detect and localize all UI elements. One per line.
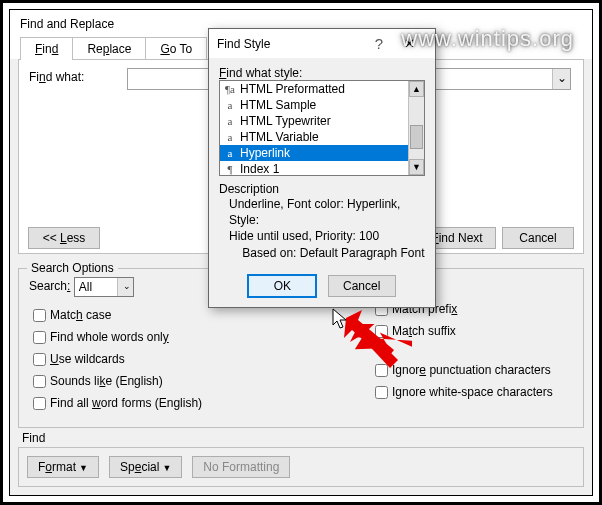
- style-list[interactable]: ¶aHTML Preformatted aHTML Sample aHTML T…: [219, 80, 425, 176]
- find-formatting-section: Find Format▼ Special▼ No Formatting: [18, 431, 584, 487]
- check-whole-words[interactable]: Find whole words only: [29, 328, 349, 347]
- find-what-label: Find what:: [29, 70, 84, 84]
- modal-title: Find Style: [217, 37, 367, 51]
- paragraph-icon: ¶a: [224, 83, 236, 95]
- search-options-legend: Search Options: [27, 261, 118, 275]
- cancel-button[interactable]: Cancel: [502, 227, 574, 249]
- watermark-text: www.wintips.org: [401, 26, 574, 52]
- scroll-up-icon[interactable]: ▲: [409, 81, 424, 97]
- description-text: Underline, Font color: Hyperlink, Style:…: [219, 196, 425, 261]
- paragraph-icon: ¶: [224, 163, 236, 175]
- tab-replace[interactable]: Replace: [72, 37, 146, 60]
- scroll-thumb[interactable]: [410, 125, 423, 149]
- scroll-down-icon[interactable]: ▼: [409, 159, 424, 175]
- char-icon: a: [224, 115, 236, 127]
- search-direction-label: Search:: [29, 279, 70, 293]
- list-item[interactable]: aHTML Variable: [220, 129, 424, 145]
- char-icon: a: [224, 147, 236, 159]
- tab-goto[interactable]: Go To: [145, 37, 207, 60]
- list-item[interactable]: ¶Index 1: [220, 161, 424, 176]
- list-item-selected[interactable]: aHyperlink: [220, 145, 424, 161]
- find-section-label: Find: [22, 431, 584, 445]
- search-direction-combo[interactable]: All ⌄: [74, 277, 134, 297]
- find-style-dialog: Find Style ? ✕ Find what style: ¶aHTML P…: [208, 28, 436, 308]
- check-word-forms[interactable]: Find all word forms (English): [29, 394, 349, 413]
- modal-cancel-button[interactable]: Cancel: [328, 275, 396, 297]
- check-sounds-like[interactable]: Sounds like (English): [29, 372, 349, 391]
- char-icon: a: [224, 99, 236, 111]
- list-item[interactable]: ¶aHTML Preformatted: [220, 81, 424, 97]
- check-match-case[interactable]: Match case: [29, 306, 349, 325]
- help-icon[interactable]: ?: [367, 35, 391, 52]
- list-item[interactable]: aHTML Typewriter: [220, 113, 424, 129]
- scrollbar[interactable]: ▲ ▼: [408, 81, 424, 175]
- check-ignore-ws[interactable]: Ignore white-space characters: [371, 383, 571, 402]
- tab-find[interactable]: Find: [20, 37, 73, 60]
- char-icon: a: [224, 131, 236, 143]
- check-wildcards[interactable]: Use wildcards: [29, 350, 349, 369]
- style-list-label: Find what style:: [219, 66, 425, 80]
- special-button[interactable]: Special▼: [109, 456, 182, 478]
- chevron-down-icon[interactable]: ⌄: [117, 278, 133, 296]
- ok-button[interactable]: OK: [248, 275, 316, 297]
- svg-marker-0: [344, 310, 394, 360]
- list-item[interactable]: aHTML Sample: [220, 97, 424, 113]
- find-what-dropdown-icon[interactable]: ⌄: [552, 69, 570, 89]
- format-button[interactable]: Format▼: [27, 456, 99, 478]
- search-direction-value: All: [75, 280, 92, 294]
- annotation-arrow-icon: [338, 310, 408, 370]
- description-label: Description: [219, 182, 425, 196]
- no-formatting-button[interactable]: No Formatting: [192, 456, 290, 478]
- less-button[interactable]: << Less: [28, 227, 100, 249]
